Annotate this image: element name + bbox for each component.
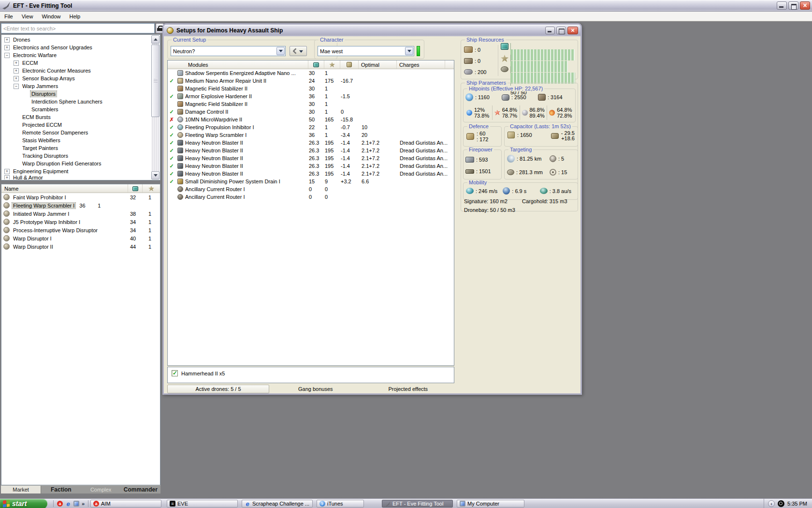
module-row[interactable]: Fleeting Warp Scrambler I 36 1 -3.4 20 xyxy=(168,131,454,139)
module-row[interactable]: Heavy Neutron Blaster II 26.3 195 -1.4 2… xyxy=(168,162,454,170)
list-item[interactable]: Warp Disruptor II 44 1 xyxy=(1,242,160,251)
tree-item[interactable]: + Drones xyxy=(2,36,151,44)
menu-item[interactable]: View xyxy=(17,12,38,21)
setup-close-button[interactable] xyxy=(567,27,578,34)
column-charges[interactable]: Charges xyxy=(396,60,445,69)
minimize-button[interactable] xyxy=(777,1,787,10)
setup-maximize-button[interactable] xyxy=(556,27,566,34)
tree-expander-icon[interactable]: − xyxy=(14,84,19,89)
menu-item[interactable]: File xyxy=(0,12,17,21)
column-cpu[interactable] xyxy=(308,60,324,69)
column-name[interactable]: Name xyxy=(1,184,128,193)
module-row[interactable]: Heavy Neutron Blaster II 26.3 195 -1.4 2… xyxy=(168,154,454,162)
projected-effects-tab[interactable]: Projected effects xyxy=(362,385,455,393)
tree-item[interactable]: + Engineering Equipment xyxy=(2,167,151,175)
tree-item[interactable]: Stasis Webifiers xyxy=(2,136,151,144)
tree-item[interactable]: Disruptors xyxy=(2,90,151,98)
tree-item[interactable]: Target Painters xyxy=(2,144,151,152)
setup-window-titlebar[interactable]: Setups for Deimos Heavy Assault Ship xyxy=(164,25,580,36)
tree-expander-icon[interactable]: + xyxy=(14,60,19,66)
tray-chevron-button[interactable]: ‹ xyxy=(768,500,775,507)
taskbar-task-button[interactable]: Scrapheap Challenge ... xyxy=(242,500,313,508)
menu-item[interactable]: Window xyxy=(37,12,65,21)
drone-row[interactable]: Hammerhead II x5 xyxy=(172,370,225,376)
tree-item[interactable]: − Warp Jammers xyxy=(2,82,151,90)
gang-bonuses-tab[interactable]: Gang bonuses xyxy=(269,385,362,393)
scroll-down-button[interactable] xyxy=(151,171,160,179)
sidebar-tab[interactable]: Faction xyxy=(41,486,81,493)
drone-checkbox[interactable] xyxy=(172,370,178,376)
start-button[interactable]: start xyxy=(0,499,47,508)
sidebar-tab[interactable]: Market xyxy=(1,486,41,493)
tree-item[interactable]: Remote Sensor Dampeners xyxy=(2,129,151,136)
tree-expander-icon[interactable]: + xyxy=(4,175,10,179)
tree-item[interactable]: + Hull & Armor xyxy=(2,175,151,179)
module-row[interactable]: Heavy Neutron Blaster II 26.3 195 -1.4 2… xyxy=(168,139,454,147)
menu-item[interactable]: Help xyxy=(65,12,85,21)
tree-expander-icon[interactable]: + xyxy=(4,169,10,174)
tree-item[interactable]: + Sensor Backup Arrays xyxy=(2,75,151,82)
quick-launch-icon[interactable] xyxy=(73,501,79,507)
list-item[interactable]: Fleeting Warp Scrambler I 36 1 xyxy=(1,201,160,209)
tree-expander-icon[interactable]: + xyxy=(14,68,19,74)
quick-launch-icon[interactable] xyxy=(65,501,71,507)
character-combobox[interactable]: Mae west xyxy=(318,46,414,56)
tree-item[interactable]: Scramblers xyxy=(2,105,151,113)
tree-item[interactable]: Warp Disruption Field Generators xyxy=(2,160,151,167)
tree-item[interactable]: + Electronic Counter Measures xyxy=(2,67,151,75)
taskbar-task-button[interactable]: EFT - Eve Fitting Tool xyxy=(382,500,453,508)
list-item[interactable]: Initiated Warp Jammer I 38 1 xyxy=(1,209,160,218)
character-dropdown-button[interactable] xyxy=(405,47,413,55)
setup-combobox[interactable]: Neutron? xyxy=(171,46,286,56)
module-row[interactable]: Magnetic Field Stabilizer II 30 1 xyxy=(168,100,454,108)
taskbar-task-button[interactable]: EVE xyxy=(167,500,238,508)
sidebar-tab[interactable]: Complex xyxy=(81,486,121,493)
module-row[interactable]: Armor Explosive Hardener II 36 1 -1.5 xyxy=(168,92,454,100)
scroll-up-button[interactable] xyxy=(151,35,160,44)
tree-item[interactable]: + ECCM xyxy=(2,59,151,67)
list-item[interactable]: Warp Disruptor I 40 1 xyxy=(1,234,160,242)
tree-item[interactable]: Interdiction Sphere Launchers xyxy=(2,98,151,105)
tree-item[interactable]: Tracking Disruptors xyxy=(2,152,151,160)
module-row[interactable]: Damage Control II 30 1 0 xyxy=(168,108,454,116)
column-powergrid[interactable] xyxy=(143,184,160,193)
column-modules[interactable]: Modules xyxy=(168,60,308,69)
list-item[interactable]: J5 Prototype Warp Inhibitor I 34 1 xyxy=(1,218,160,226)
sidebar-tab[interactable]: Commander xyxy=(121,486,160,493)
column-powergrid[interactable] xyxy=(324,60,340,69)
tree-expander-icon[interactable]: − xyxy=(4,53,10,58)
taskbar-task-button[interactable]: iTunes xyxy=(317,500,364,508)
module-row[interactable]: Heavy Neutron Blaster II 26.3 195 -1.4 2… xyxy=(168,147,454,154)
active-drones-button[interactable]: Active drones: 5 / 5 xyxy=(167,385,269,393)
module-row[interactable]: Medium Nano Armor Repair Unit II 24 175 … xyxy=(168,77,454,85)
column-optimal[interactable]: Optimal xyxy=(358,60,396,69)
setup-dropdown-button[interactable] xyxy=(276,47,285,55)
tree-expander-icon[interactable]: + xyxy=(4,45,10,50)
modules-table-header[interactable]: Modules Optimal Charges xyxy=(168,60,454,69)
taskbar-task-button[interactable]: My Computer xyxy=(457,500,524,508)
item-list-header[interactable]: Name xyxy=(1,184,160,193)
tree-expander-icon[interactable]: + xyxy=(4,37,10,43)
column-cpu[interactable] xyxy=(128,184,143,193)
list-item[interactable]: Process-Interruptive Warp Disruptor 34 1 xyxy=(1,226,160,234)
overflow-chevron[interactable]: » xyxy=(82,501,85,507)
scrollbar-thumb[interactable] xyxy=(151,45,160,117)
tree-expander-icon[interactable]: + xyxy=(14,76,19,81)
module-row[interactable]: Fleeting Propulsion Inhibitor I 22 1 -0.… xyxy=(168,123,454,131)
tree-item[interactable]: Projected ECCM xyxy=(2,121,151,129)
module-row[interactable]: Ancillary Current Router I 0 0 xyxy=(168,185,454,193)
close-button[interactable] xyxy=(800,1,810,10)
tree-item[interactable]: − Electronic Warfare xyxy=(2,51,151,59)
list-item[interactable]: Faint Warp Prohibitor I 32 1 xyxy=(1,193,160,201)
tree-item[interactable]: + Electronics and Sensor Upgrades xyxy=(2,44,151,51)
module-row[interactable]: Ancillary Current Router I 0 0 xyxy=(168,193,454,201)
quick-launch-icon[interactable] xyxy=(57,501,63,507)
module-row[interactable]: 10MN MicroWarpdrive II 50 165 -15.8 xyxy=(168,116,454,123)
search-input[interactable] xyxy=(1,23,155,33)
module-row[interactable]: Small Diminishing Power System Drain I 1… xyxy=(168,178,454,185)
restore-button[interactable] xyxy=(788,1,798,10)
setup-minimize-button[interactable] xyxy=(545,27,555,34)
column-capacitor[interactable] xyxy=(340,60,358,69)
tree-scrollbar[interactable] xyxy=(151,35,160,179)
taskbar-task-button[interactable]: AIM xyxy=(90,500,161,508)
